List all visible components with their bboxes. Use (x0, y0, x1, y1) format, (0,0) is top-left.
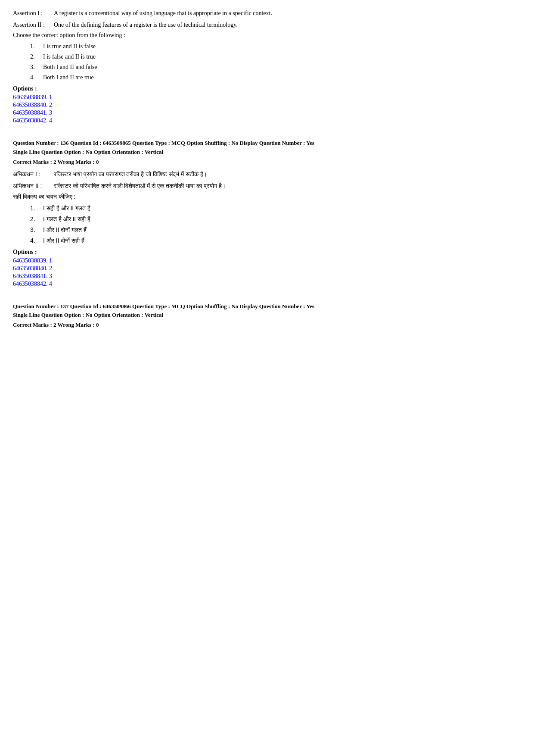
option-number: 4. (30, 74, 43, 81)
list-item: 64635038840. 2 (13, 265, 521, 272)
hindi-assertion2-text: रजिस्टर को परिभाषित करने वाली विशेषताओं … (54, 181, 521, 191)
hindi-assertion1-label: अभिकथन I : (13, 170, 54, 179)
hindi-choose-text: सही विकल्प का चयन कीजिए : (13, 193, 75, 200)
meta-line1: Question Number : 136 Question Id : 6463… (13, 139, 521, 148)
option-number: 1. (30, 205, 43, 212)
meta-line2: Single Line Question Option : No Option … (13, 148, 521, 157)
list-item: 2. I गलत है और II सही है (30, 216, 521, 223)
list-item: 2. I is false and II is true (30, 53, 521, 60)
option-number: 1. (30, 43, 43, 50)
list-item: 64635038841. 3 (13, 273, 521, 280)
option-text: I और II दोनों सही हैं (43, 237, 84, 244)
assertion1-label: Assertion I : (13, 9, 54, 18)
option-code-list-136: 64635038839. 1 64635038840. 2 6463503884… (13, 257, 521, 287)
hindi-assertion2-line: अभिकथन II : रजिस्टर को परिभाषित करने वाल… (13, 181, 521, 191)
assertion2-label: Assertion II : (13, 20, 54, 29)
list-item: 3. Both I and II and false (30, 64, 521, 71)
list-item: 64635038839. 1 (13, 94, 521, 101)
option-text: I और II दोनों गलत हैं (43, 226, 87, 234)
correct-marks-136: Correct Marks : 2 Wrong Marks : 0 (13, 159, 521, 166)
option-code-list-135: 64635038839. 1 64635038840. 2 6463503884… (13, 94, 521, 124)
option-text: Both I and II are true (43, 74, 94, 81)
options-list-135: 1. I is true and II is false 2. I is fal… (30, 43, 521, 81)
options-list-136: 1. I सही है और II गलत है 2. I गलत है और … (30, 205, 521, 244)
list-item: 4. Both I and II are true (30, 74, 521, 81)
option-text: I गलत है और II सही है (43, 216, 90, 223)
option-text: I सही है और II गलत है (43, 205, 90, 212)
list-item: 3. I और II दोनों गलत हैं (30, 226, 521, 234)
hindi-choose-line: सही विकल्प का चयन कीजिए : (13, 193, 521, 200)
option-number: 4. (30, 237, 43, 244)
list-item: 1. I is true and II is false (30, 43, 521, 50)
options-label-135: Options : (13, 85, 521, 92)
list-item: 1. I सही है और II गलत है (30, 205, 521, 212)
option-number: 2. (30, 216, 43, 222)
question-136-section: Question Number : 136 Question Id : 6463… (13, 139, 521, 287)
list-item: 4. I और II दोनों सही हैं (30, 237, 521, 244)
meta-line1: Question Number : 137 Question Id : 6463… (13, 302, 521, 311)
hindi-assertion1-text: रजिस्टर भाषा प्रयोग का परंपरागत तरीका है… (54, 170, 521, 179)
options-label-136: Options : (13, 249, 521, 256)
list-item: 64635038840. 2 (13, 102, 521, 109)
list-item: 64635038842. 4 (13, 117, 521, 124)
option-text: I is false and II is true (43, 53, 96, 60)
option-number: 3. (30, 64, 43, 71)
option-text: I is true and II is false (43, 43, 96, 50)
question-136-meta: Question Number : 136 Question Id : 6463… (13, 139, 521, 157)
meta-line2: Single Line Question Option : No Option … (13, 311, 521, 320)
question-137-section: Question Number : 137 Question Id : 6463… (13, 302, 521, 329)
option-text: Both I and II and false (43, 64, 97, 71)
option-number: 3. (30, 226, 43, 233)
list-item: 64635038842. 4 (13, 281, 521, 287)
hindi-assertion2-label: अभिकथन II : (13, 181, 54, 191)
correct-marks-137: Correct Marks : 2 Wrong Marks : 0 (13, 322, 521, 328)
choose-line: Choose the correct option from the follo… (13, 32, 521, 39)
choose-text: Choose the correct option from the follo… (13, 32, 125, 38)
assertion2-line: Assertion II : One of the defining featu… (13, 20, 521, 29)
assertion1-text: A register is a conventional way of usin… (54, 9, 521, 18)
assertion2-text: One of the defining features of a regist… (54, 20, 521, 29)
list-item: 64635038841. 3 (13, 109, 521, 116)
question-135-section: Assertion I : A register is a convention… (13, 9, 521, 124)
assertion1-line: Assertion I : A register is a convention… (13, 9, 521, 18)
list-item: 64635038839. 1 (13, 257, 521, 264)
option-number: 2. (30, 53, 43, 60)
question-137-meta: Question Number : 137 Question Id : 6463… (13, 302, 521, 320)
hindi-assertion1-line: अभिकथन I : रजिस्टर भाषा प्रयोग का परंपरा… (13, 170, 521, 179)
